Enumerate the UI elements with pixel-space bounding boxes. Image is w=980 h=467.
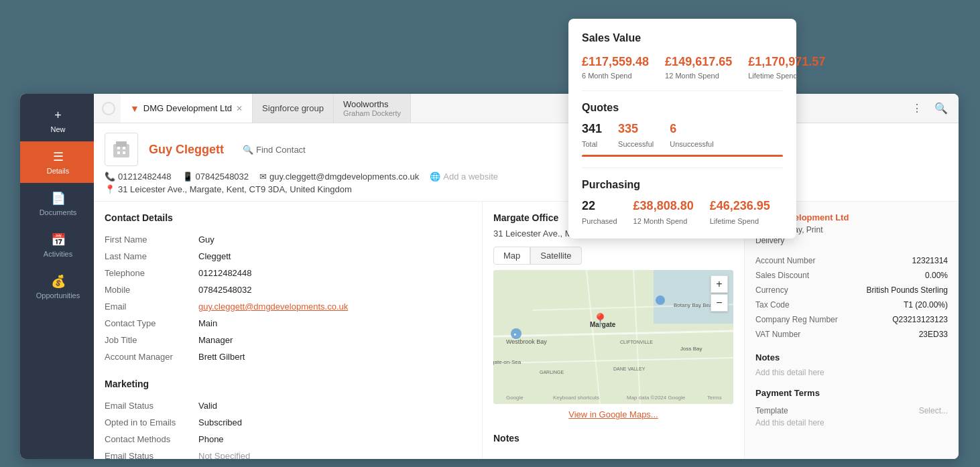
map-tab-satellite[interactable]: Satellite bbox=[530, 247, 581, 265]
label-emailstatus: Email Status bbox=[105, 401, 198, 411]
value-firstname: Guy bbox=[198, 235, 215, 245]
value-emailstatus2: Not Specified bbox=[198, 451, 250, 459]
svg-text:Keyboard shortcuts: Keyboard shortcuts bbox=[553, 395, 599, 401]
label-template: Template bbox=[755, 406, 788, 415]
quotes-successful-label: Successful bbox=[618, 140, 654, 148]
detail-row-lastname: Last Name Cleggett bbox=[105, 248, 471, 265]
metric-12month-value: £149,617.65 bbox=[665, 55, 732, 69]
quotes-unsuccessful-value: 6 bbox=[670, 122, 713, 136]
plus-icon: + bbox=[54, 109, 62, 123]
quotes-metrics: 341 Total 335 Successful 6 Unsuccessful bbox=[582, 122, 783, 148]
svg-text:Google: Google bbox=[506, 395, 524, 401]
tab-dmg[interactable]: ▼ DMG Development Ltd ✕ bbox=[121, 94, 253, 123]
right-row-template: Template Select... bbox=[755, 403, 948, 418]
phone-icon: 📞 bbox=[105, 172, 115, 182]
value-contactmethods: Phone bbox=[198, 434, 224, 444]
value-salesdiscount: 0.00% bbox=[925, 271, 948, 280]
contact-address: 📍 31 Leicester Ave., Margate, Kent, CT9 … bbox=[105, 184, 948, 194]
sidebar-item-opportunities[interactable]: 💰 Opportunities bbox=[20, 266, 94, 308]
detail-row-telephone: Telephone 01212482448 bbox=[105, 265, 471, 281]
detail-row-emailstatus: Email Status Valid bbox=[105, 397, 471, 414]
svg-rect-2 bbox=[117, 147, 120, 149]
label-companyreg: Company Reg Number bbox=[755, 315, 838, 324]
sidebar: + New ☰ Details 📄 Documents 📅 Activities… bbox=[20, 94, 94, 459]
marketing-section: Marketing Email Status Valid Opted in to… bbox=[105, 379, 471, 459]
label-email: Email bbox=[105, 302, 198, 312]
purch-lifetime-label: Lifetime Spend bbox=[710, 217, 770, 225]
address-value: 31 Leicester Ave., Margate, Kent, CT9 3D… bbox=[118, 184, 352, 194]
opportunities-icon: 💰 bbox=[51, 274, 66, 289]
tab-signforce[interactable]: Signforce group bbox=[253, 94, 334, 123]
label-telephone: Telephone bbox=[105, 268, 198, 278]
value-email[interactable]: guy.cleggett@dmgdevelopments.co.uk bbox=[198, 302, 348, 312]
location-icon: 📍 bbox=[105, 184, 115, 194]
quotes-successful: 335 Successful bbox=[618, 122, 654, 148]
detail-row-firstname: First Name Guy bbox=[105, 231, 471, 248]
svg-text:📍: 📍 bbox=[592, 312, 609, 328]
details-icon: ☰ bbox=[53, 149, 64, 164]
metric-lifetime: £1,170,971.57 Lifetime Spend bbox=[748, 55, 825, 80]
sidebar-item-documents[interactable]: 📄 Documents bbox=[20, 183, 94, 224]
left-panel: Contact Details First Name Guy Last Name… bbox=[94, 202, 483, 459]
tab-bar: ▼ DMG Development Ltd ✕ Signforce group … bbox=[94, 94, 959, 123]
phone2-value: 07842548032 bbox=[196, 172, 249, 182]
purch-12month: £38,808.80 12 Month Spend bbox=[633, 199, 694, 225]
map-controls: + − bbox=[711, 275, 728, 312]
tab-dmg-close-icon[interactable]: ✕ bbox=[236, 104, 243, 113]
view-google-maps-link[interactable]: View in Google Maps... bbox=[493, 409, 733, 419]
tab-woolworths[interactable]: Woolworths Graham Dockerty bbox=[334, 94, 411, 123]
tab-dmg-label: DMG Development Ltd bbox=[143, 103, 232, 113]
value-lastname: Cleggett bbox=[198, 251, 231, 261]
quotes-unsuccessful-label: Unsuccessful bbox=[670, 140, 713, 148]
label-accountnumber: Account Number bbox=[755, 256, 815, 265]
label-contacttype: Contact Type bbox=[105, 318, 198, 328]
sidebar-item-details[interactable]: ☰ Details bbox=[20, 141, 94, 183]
svg-rect-5 bbox=[123, 151, 125, 154]
email-value: guy.cleggett@dmgdevelopments.co.uk bbox=[269, 172, 419, 182]
svg-text:Map data ©2024 Google: Map data ©2024 Google bbox=[627, 395, 686, 401]
content-area: Contact Details First Name Guy Last Name… bbox=[94, 202, 959, 459]
value-companyreg: Q23213123123 bbox=[892, 315, 948, 324]
map-zoom-out-button[interactable]: − bbox=[711, 294, 728, 312]
marketing-title: Marketing bbox=[105, 379, 471, 389]
svg-text:CLIFTONVILLE: CLIFTONVILLE bbox=[620, 340, 653, 344]
label-accountmanager: Account Manager bbox=[105, 352, 198, 362]
sidebar-item-new[interactable]: + New bbox=[20, 101, 94, 141]
quotes-successful-value: 335 bbox=[618, 122, 654, 136]
detail-row-contactmethods: Contact Methods Phone bbox=[105, 431, 471, 448]
map-tab-map[interactable]: Map bbox=[493, 247, 530, 265]
svg-text:●: ● bbox=[513, 332, 516, 336]
map-zoom-in-button[interactable]: + bbox=[711, 275, 728, 293]
svg-text:DANE VALLEY: DANE VALLEY bbox=[613, 366, 646, 371]
label-taxcode: Tax Code bbox=[755, 300, 790, 310]
quotes-total: 341 Total bbox=[582, 122, 602, 148]
payment-select[interactable]: Select... bbox=[919, 406, 948, 415]
right-panel: DMG Development Ltd Sign, Display, Print… bbox=[744, 202, 959, 459]
purch-lifetime-value: £46,236.95 bbox=[710, 199, 770, 213]
sidebar-item-activities[interactable]: 📅 Activities bbox=[20, 224, 94, 266]
contact-website[interactable]: 🌐 Add a website bbox=[430, 172, 498, 182]
sidebar-activities-label: Activities bbox=[44, 250, 72, 258]
value-accountnumber: 12321314 bbox=[912, 256, 948, 265]
value-mobile: 07842548032 bbox=[198, 285, 252, 295]
map-container: Westbrook Bay Margate Botany Bay Beach J… bbox=[493, 270, 733, 404]
tab-woolworths-name: Woolworths bbox=[343, 99, 401, 109]
sidebar-opportunities-label: Opportunities bbox=[36, 291, 80, 299]
contact-name: Guy Cleggett bbox=[149, 143, 224, 157]
svg-rect-3 bbox=[123, 147, 125, 149]
quotes-unsuccessful: 6 Unsuccessful bbox=[670, 122, 713, 148]
notes-title: Notes bbox=[493, 433, 733, 444]
tab-bar-right: ⋮ 🔍 bbox=[908, 99, 951, 118]
metric-lifetime-value: £1,170,971.57 bbox=[748, 55, 825, 69]
find-contact-button[interactable]: 🔍 Find Contact bbox=[237, 142, 311, 157]
label-currency: Currency bbox=[755, 285, 788, 295]
right-notes-placeholder: Add this detail here bbox=[755, 368, 948, 377]
right-notes-title: Notes bbox=[755, 352, 948, 362]
search-tab-icon[interactable]: 🔍 bbox=[932, 99, 951, 118]
notes-section: Notes Add this detail here bbox=[493, 433, 733, 459]
more-options-icon[interactable]: ⋮ bbox=[908, 99, 926, 118]
sidebar-documents-label: Documents bbox=[40, 208, 77, 216]
right-payment-title: Payment Terms bbox=[755, 388, 948, 398]
app-window: + New ☰ Details 📄 Documents 📅 Activities… bbox=[20, 94, 959, 459]
tab-dmg-arrow-icon: ▼ bbox=[130, 103, 139, 114]
